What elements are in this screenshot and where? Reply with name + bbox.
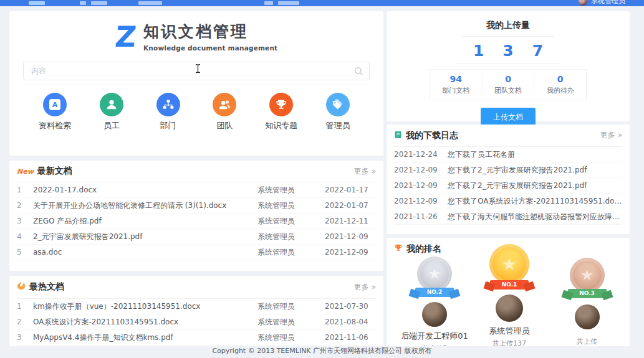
tags-icon [326,93,350,116]
top-nav-bar: 系统管理员 [0,0,644,6]
doc-title[interactable]: km操作收手册（vue）-20211103145951.docx [33,301,257,312]
nav-item-team[interactable]: 团队 [198,93,251,131]
hot-docs-title: 最热文档 [29,281,64,293]
download-log-row[interactable]: 2021-12-24 您下载了员工花名册 [394,147,622,163]
app-subtitle: Knowledge document management [143,44,277,52]
gold-medal-icon: ★ [489,244,529,284]
hot-doc-row[interactable]: 3 MyAppsV4.4操作手册_知识文档kms.pdf 系统管理员 2021-… [17,330,376,346]
nav-item-administrator[interactable]: 管理员 [311,93,365,131]
topbar-logo-clipped [29,1,45,5]
topbar-menu-item-clipped[interactable] [91,1,107,5]
download-log-row[interactable]: 2021-12-09 您下载了2_元宇宙发展研究报告2021.pdf [394,178,622,194]
doc-title[interactable]: 关于开展开业办公场地智能化装修工程的请示 (3)(1).docx [33,200,257,211]
download-log-card: 我的下载日志 更多 » 2021-12-24 您下载了员工花名册 2021-12… [387,125,630,234]
ranking-title: 我的排名 [406,243,441,255]
nav-item-employee[interactable]: 员工 [85,93,138,131]
no3-ribbon: NO.3 [568,289,607,298]
upload-count: 1 3 7 [387,42,630,60]
hot-docs-more-link[interactable]: 更多 » [354,282,376,293]
latest-docs-more-link[interactable]: 更多 » [354,166,376,177]
stat-team-docs[interactable]: 0 团队文档 [482,74,534,95]
latest-docs-title: 最新文档 [37,166,72,177]
topbar-menu-item-clipped[interactable] [138,1,162,5]
stats-box: 94 部门文档 0 团队文档 0 我的待办 [430,69,587,100]
doc-title[interactable]: 2022-01-17.docx [33,186,257,194]
nav-item-document-search[interactable]: A 资料检索 [28,93,82,131]
doc-title[interactable]: MyAppsV4.4操作手册_知识文档kms.pdf [33,332,257,343]
avatar [575,304,600,329]
ranking-card: 我的排名 ★ NO.2 后端开发工程师01 共上传7 ★ NO.1 系统管理员 … [387,238,630,346]
trophy-icon [269,93,293,116]
avatar [422,302,447,327]
avatar [496,294,523,322]
search-card: Z 知识文档管理 Knowledge document management A… [9,11,383,156]
doc-title[interactable]: 2_元宇宙发展研究报告2021.pdf [33,232,257,242]
latest-doc-row[interactable]: 1 2022-01-17.docx 系统管理员 2022-01-17 [17,182,376,198]
search-icon[interactable] [353,66,363,76]
footer-copyright: Copyright © 2013 TEEMLINK 广州市天翎网络科技有限公司 … [0,346,644,358]
stat-department-docs[interactable]: 94 部门文档 [430,74,482,95]
doc-title[interactable]: OA系统设计方案-20211103145951.docx [33,317,257,327]
doc-title[interactable]: asa.doc [33,248,257,257]
no2-ribbon: NO.2 [415,288,454,297]
team-icon [213,93,236,116]
topbar-menu-item-clipped[interactable] [264,1,273,5]
person-icon [100,93,123,116]
topbar-menu-item-clipped[interactable] [80,1,86,5]
brand-block: Z 知识文档管理 Knowledge document management [9,11,383,52]
no1-ribbon: NO.1 [490,280,529,290]
stat-my-todos[interactable]: 0 我的待办 [534,74,586,95]
rank-upload-count: 共上传137 [463,339,556,346]
new-badge-icon: New [17,167,34,176]
latest-doc-row[interactable]: 5 asa.doc 系统管理员 2021-12-09 [17,245,376,260]
logo-icon: Z [113,22,137,51]
topbar-menu-item-clipped[interactable] [278,1,299,5]
silver-medal-icon: ★ [417,257,452,291]
hot-docs-card: 最热文档 更多 » 1 km操作收手册（vue）-20211103145951.… [9,276,383,346]
nav-item-knowledge-topic[interactable]: 知识专题 [254,93,308,131]
topbar-user[interactable]: 系统管理员 [579,0,625,6]
latest-docs-card: New 最新文档 更多 » 1 2022-01-17.docx 系统管理员 20… [9,161,383,271]
ranking-slot-1: ★ NO.1 系统管理员 共上传137 [463,244,556,346]
upload-panel-title: 我的上传量 [387,11,630,31]
user-name: 系统管理员 [591,0,625,6]
quick-nav: A 资料检索 员工 部门 团队 [9,80,383,131]
flame-icon [17,281,26,293]
app-title: 知识文档管理 [143,21,277,42]
org-chart-icon [156,93,180,116]
hot-doc-row[interactable]: 1 km操作收手册（vue）-20211103145951.docx 系统管理员… [17,299,376,314]
latest-doc-row[interactable]: 4 2_元宇宙发展研究报告2021.pdf 系统管理员 2021-12-09 [17,229,376,245]
trophy-icon [394,243,403,255]
user-avatar [579,0,587,6]
latest-doc-row[interactable]: 2 关于开展开业办公场地智能化装修工程的请示 (3)(1).docx 系统管理员… [17,198,376,214]
download-log-row[interactable]: 2021-12-09 您下载了OA系统设计方案-20211103145951.d… [394,194,622,209]
download-log-row[interactable]: 2021-11-26 您下载了海天伺服节能注塑机驱动器报警对应故障分析.xls [394,209,622,225]
latest-doc-row[interactable]: 3 ZEGO 产品介绍.pdf 系统管理员 2021-12-11 [17,214,376,229]
download-log-row[interactable]: 2021-12-09 您下载了2_元宇宙发展研究报告2021.pdf [394,163,622,178]
upload-stats-card: 我的上传量 1 3 7 94 部门文档 0 团队文档 0 我的待办 上传文档 [387,11,630,121]
nav-item-department[interactable]: 部门 [142,93,195,131]
text-cursor-icon [195,64,201,76]
rank-user-name: 系统管理员 [463,326,556,337]
rank-upload-count: 共上传 [545,337,628,346]
doc-title[interactable]: ZEGO 产品介绍.pdf [33,216,257,227]
download-log-more-link[interactable]: 更多 » [600,130,622,141]
hot-doc-row[interactable]: 2 OA系统设计方案-20211103145951.docx 系统管理员 202… [17,314,376,330]
bronze-medal-icon: ★ [570,258,605,293]
download-log-title: 我的下载日志 [406,130,458,141]
ranking-slot-3: ★ NO.3 共上传 [545,258,628,346]
notebook-icon [394,130,402,141]
page: 系统管理员 Z 知识文档管理 Knowledge document manage… [0,0,644,358]
document-search-icon: A [43,93,67,116]
